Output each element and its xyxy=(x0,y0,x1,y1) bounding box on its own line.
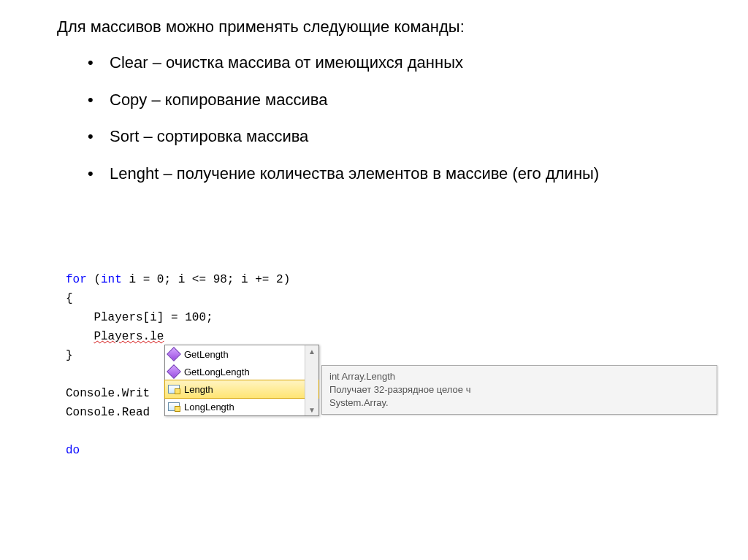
code-text: i = 0; i <= 98; i += 2) xyxy=(122,273,290,286)
bullet-item: Sort – сортировка массива xyxy=(110,126,748,147)
tooltip-line: Получает 32-разрядное целое ч xyxy=(329,383,709,396)
bullet-item: Clear – очистка массива от имеющихся дан… xyxy=(110,53,748,74)
code-line: Console.Writ xyxy=(66,387,150,400)
keyword-for: for xyxy=(66,273,87,286)
intellisense-item[interactable]: GetLongLength xyxy=(165,363,318,380)
code-line: Players[i] = 100; xyxy=(66,311,213,324)
scroll-down-icon[interactable]: ▼ xyxy=(305,404,318,415)
slide-root: Для массивов можно применять следующие к… xyxy=(0,0,748,560)
code-error-text: Players.le xyxy=(94,330,164,343)
intellisense-item[interactable]: LongLength xyxy=(165,398,318,415)
bullet-list: Clear – очистка массива от имеющихся дан… xyxy=(0,53,748,184)
intellisense-tooltip: int Array.Length Получает 32-разрядное ц… xyxy=(321,365,717,415)
brace-close: } xyxy=(66,349,73,362)
brace-open: { xyxy=(66,292,73,305)
method-icon xyxy=(168,366,180,377)
intellisense-item-label: LongLength xyxy=(184,402,234,413)
code-line: Console.Read xyxy=(66,406,150,419)
intellisense-item-selected[interactable]: Length xyxy=(164,380,319,399)
property-icon xyxy=(168,401,180,413)
intellisense-popup[interactable]: GetLength GetLongLength Length LongLengt… xyxy=(164,345,319,416)
scroll-up-icon[interactable]: ▲ xyxy=(305,345,318,357)
keyword-int: int xyxy=(101,273,122,286)
tooltip-line: System.Array. xyxy=(329,396,709,410)
intellisense-item-label: GetLongLength xyxy=(184,367,250,377)
method-icon xyxy=(168,348,180,360)
heading: Для массивов можно применять следующие к… xyxy=(57,18,748,37)
code-indent xyxy=(66,330,94,343)
scrollbar[interactable]: ▲ ▼ xyxy=(305,345,318,415)
keyword-do: do xyxy=(66,444,80,457)
intellisense-item-label: GetLength xyxy=(184,349,229,360)
tooltip-line: int Array.Length xyxy=(329,370,709,383)
bullet-item: Lenght – получение количества элементов … xyxy=(110,164,748,185)
bullet-item: Copy – копирование массива xyxy=(110,90,748,111)
intellisense-item[interactable]: GetLength xyxy=(165,345,318,363)
intellisense-item-label: Length xyxy=(184,384,213,395)
property-icon xyxy=(168,383,180,395)
